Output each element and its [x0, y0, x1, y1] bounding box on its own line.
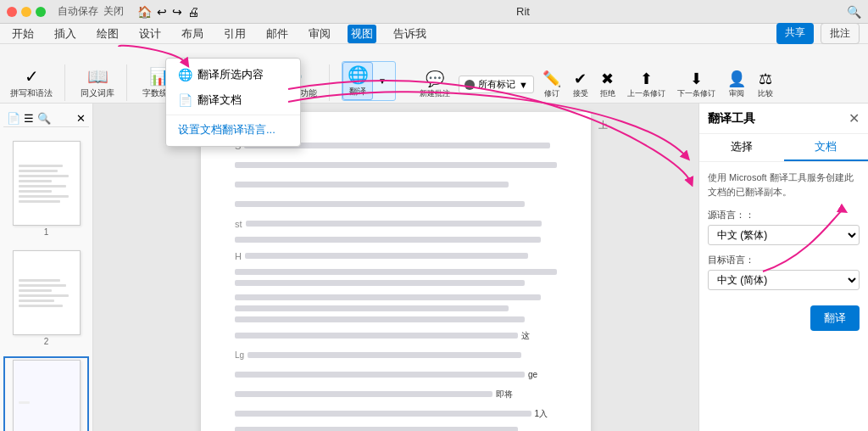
- translation-title: 翻译工具: [708, 111, 755, 126]
- review-label: 审阅: [729, 88, 744, 99]
- translation-tabs: 选择 文档: [699, 134, 868, 162]
- tl: [19, 289, 53, 292]
- target-lang-label: 目标语言：: [708, 254, 860, 266]
- title: Rit: [204, 5, 842, 18]
- thumb-2-content: [14, 271, 80, 315]
- ribbon-group-thesaurus: 📖 同义词库: [77, 64, 127, 101]
- thumb-2: [13, 250, 81, 335]
- maximize-button[interactable]: [36, 7, 46, 17]
- menu-start[interactable]: 开始: [8, 25, 37, 43]
- translate-dropdown-icon[interactable]: ▼: [378, 76, 387, 86]
- menu-view[interactable]: 视图: [348, 25, 376, 43]
- menu-tell[interactable]: 告诉我: [390, 25, 430, 43]
- tl: [19, 305, 64, 307]
- close-button[interactable]: [7, 7, 17, 17]
- set-language-item[interactable]: 设置文档翻译语言...: [166, 117, 300, 143]
- redo-icon[interactable]: ↪: [172, 5, 182, 19]
- home-icon[interactable]: 🏠: [137, 5, 152, 19]
- translation-panel: 翻译工具 ✕ 选择 文档 使用 Microsoft 翻译工具服务创建此文档的已翻…: [698, 104, 868, 431]
- ribbon: ✓ 拼写和语法 📖 同义词库 📊 字数统计 🔊 大声朗读: [0, 44, 868, 104]
- translate-document-item[interactable]: 📄 翻译文档: [166, 87, 300, 113]
- minimize-button[interactable]: [21, 7, 31, 17]
- thesaurus-label: 同义词库: [81, 87, 114, 99]
- compare-label: 比较: [758, 88, 773, 99]
- tl: [19, 294, 69, 297]
- reject-label: 拒绝: [600, 88, 615, 99]
- batch-button[interactable]: 批注: [821, 23, 860, 44]
- thumb-1: [13, 141, 81, 226]
- undo-icon[interactable]: ↩: [157, 5, 167, 19]
- menu-insert[interactable]: 插入: [51, 25, 80, 43]
- translate-button[interactable]: 翻译: [810, 305, 860, 331]
- translate-selection-icon: 🌐: [178, 68, 192, 81]
- translate-document-label: 翻译文档: [198, 92, 242, 108]
- tab-document[interactable]: 文档: [784, 134, 869, 161]
- translation-header: 翻译工具 ✕: [699, 104, 868, 134]
- document-area[interactable]: S st H: [93, 104, 698, 431]
- all-markup-label: 所有标记: [478, 78, 515, 91]
- tl: [19, 175, 69, 177]
- thesaurus-icon: 📖: [87, 66, 108, 87]
- target-language-select[interactable]: 中文 (简体): [708, 270, 860, 290]
- spelling-label: 拼写和语法: [10, 87, 53, 99]
- tl: [19, 200, 61, 203]
- tl: [19, 279, 61, 282]
- thumbnail-page-2[interactable]: 2: [3, 247, 89, 350]
- share-button[interactable]: 共享: [776, 23, 814, 44]
- tl: [19, 180, 53, 182]
- thumb-3: [13, 360, 81, 431]
- translate-selection-label: 翻译所选内容: [198, 67, 264, 82]
- target-language-field: 目标语言： 中文 (简体): [708, 254, 860, 290]
- thesaurus-btn[interactable]: 📖 同义词库: [77, 64, 118, 101]
- thumbnail-sidebar: 📄 ☰ 🔍 ✕ 1: [0, 104, 93, 431]
- translate-dropdown-menu: 🌐 翻译所选内容 📄 翻译文档 设置文档翻译语言...: [165, 58, 301, 147]
- translate-selection-item[interactable]: 🌐 翻译所选内容: [166, 62, 300, 87]
- tl: [19, 165, 64, 167]
- translate-label: 翻译: [349, 86, 366, 98]
- autosave-label: 自动保存: [58, 4, 98, 19]
- tl: [19, 170, 58, 172]
- thumb-3-content: [14, 394, 80, 411]
- thumbnail-page-1[interactable]: 1: [3, 137, 89, 240]
- thumb-1-content: [14, 157, 80, 210]
- sidebar-page-icon[interactable]: 📄: [7, 112, 20, 125]
- set-language-label: 设置文档翻译语言...: [178, 122, 275, 137]
- menu-mail[interactable]: 邮件: [263, 25, 292, 43]
- thumb-2-num: 2: [44, 337, 49, 346]
- menu-layout[interactable]: 布局: [178, 25, 207, 43]
- thumb-1-num: 1: [44, 227, 49, 237]
- autosave-status: 关闭: [103, 4, 124, 19]
- tab-selection[interactable]: 选择: [699, 134, 784, 161]
- tl: [19, 401, 30, 404]
- translation-body: 使用 Microsoft 翻译工具服务创建此文档的已翻译副本。 源语言：： 中文…: [699, 162, 868, 431]
- track-changes-label: 修订: [544, 88, 559, 99]
- menu-reference[interactable]: 引用: [220, 25, 249, 43]
- menu-review[interactable]: 审阅: [305, 25, 334, 43]
- print-icon[interactable]: 🖨: [187, 5, 199, 19]
- document-page: S st H: [201, 112, 591, 431]
- translate-document-icon: 📄: [178, 93, 192, 107]
- search-icon[interactable]: 🔍: [847, 5, 861, 19]
- window-controls: [7, 7, 46, 17]
- main-content: 📄 ☰ 🔍 ✕ 1: [0, 104, 868, 431]
- tl: [19, 185, 66, 188]
- translate-btn[interactable]: 🌐 翻译: [342, 62, 373, 100]
- sidebar-search-icon[interactable]: 🔍: [37, 112, 51, 125]
- prev-label: 上一条修订: [627, 88, 665, 99]
- spelling-btn[interactable]: ✓ 拼写和语法: [7, 64, 56, 101]
- accept-label: 接受: [573, 88, 588, 99]
- titlebar: 自动保存 关闭 🏠 ↩ ↪ 🖨 Rit 🔍: [0, 0, 868, 24]
- menu-draw[interactable]: 绘图: [93, 25, 122, 43]
- sidebar-list-icon[interactable]: ☰: [24, 112, 34, 125]
- source-language-field: 源语言：： 中文 (繁体): [708, 209, 860, 245]
- translation-description: 使用 Microsoft 翻译工具服务创建此文档的已翻译副本。: [708, 171, 860, 199]
- sidebar-tools: 📄 ☰ 🔍 ✕: [3, 110, 89, 127]
- tl: [19, 195, 69, 198]
- translate-icon: 🌐: [348, 64, 369, 85]
- next-label: 下一条修订: [677, 88, 715, 99]
- sidebar-close-icon[interactable]: ✕: [76, 112, 86, 125]
- source-language-select[interactable]: 中文 (繁体): [708, 225, 860, 245]
- translation-close-button[interactable]: ✕: [849, 110, 860, 126]
- menu-design[interactable]: 设计: [136, 25, 164, 43]
- thumbnail-page-3[interactable]: 3: [3, 356, 89, 431]
